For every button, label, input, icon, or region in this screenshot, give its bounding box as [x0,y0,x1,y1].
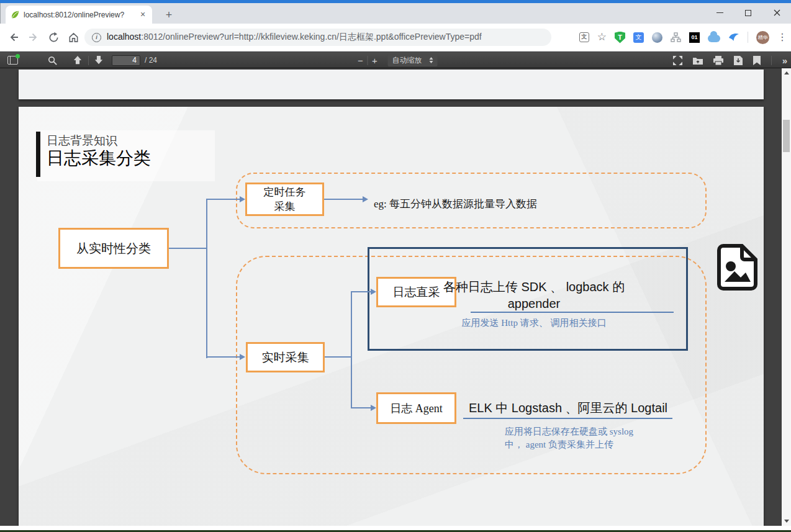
agent-description: 应用将日志保存在硬盘或 syslog 中， agent 负责采集并上传 [505,425,734,451]
presentation-mode-icon[interactable] [673,56,682,65]
arrowhead [240,354,245,360]
vertical-scrollbar[interactable] [782,68,791,526]
title-accent-bar [36,132,40,177]
page-count-label: / 24 [145,56,157,65]
tab-close-icon[interactable]: × [138,10,148,20]
translate-icon[interactable]: 文 [579,32,589,42]
browser-toolbar: i localhost:8012/onlinePreview?url=http:… [0,24,791,52]
sidebar-toggle-icon[interactable] [7,56,18,65]
connector-line [351,407,371,408]
sidebar-notification-dot [16,54,20,58]
scheduled-example-text: eg: 每五分钟从数据源批量导入数据 [374,193,647,215]
google-translate-extension-icon[interactable]: 文 [633,32,644,43]
titlebar: localhost:8012/onlinePreview? × + [0,3,791,24]
scrollbar-down-button[interactable] [782,516,791,526]
back-button[interactable] [4,27,24,47]
direct-title-underline [471,312,674,313]
address-bar[interactable]: i localhost:8012/onlinePreview?url=http:… [84,29,551,46]
open-file-icon[interactable] [693,56,703,65]
scrollbar-thumb[interactable] [783,120,790,152]
swirl-extension-icon[interactable] [652,32,662,43]
page-down-icon[interactable] [94,56,103,65]
home-icon [68,32,79,43]
connector-line [325,356,351,358]
close-button[interactable] [762,2,791,24]
zoom-in-button[interactable]: + [368,55,382,66]
direct-title-line1: 各种日志上传 SDK 、 logback 的 [388,279,680,295]
search-icon[interactable] [48,56,57,65]
profile-avatar[interactable]: 精华 [756,31,769,44]
agent-desc-line1: 应用将日志保存在硬盘或 syslog [505,425,734,438]
page-info-icon[interactable]: i [92,33,101,42]
arrowhead [240,196,245,202]
direct-collect-description: 应用发送 Http 请求、 调用相关接口 [388,317,680,329]
node-realtime-label: 实时采集 [262,349,309,366]
arrowhead [363,196,368,202]
new-tab-button[interactable]: + [161,8,177,22]
connector-line [206,356,240,358]
zoom-mode-dropdown[interactable]: 自动缩放 [388,55,438,66]
node-realtime-collect: 实时采集 [246,342,325,372]
bookmark-star-icon[interactable]: ☆ [597,32,607,42]
pdf-page-4-slide: 日志背景知识 日志采集分类 从实时性分类 定时任务 采集 实时采集 日志直采 日… [19,107,764,526]
bookmark-icon[interactable] [753,56,761,65]
window-bottom-strip [0,526,791,530]
spring-leaf-favicon [10,10,20,20]
chrome-menu-icon[interactable]: ⋮ [777,32,787,42]
connector-line [169,248,206,249]
bird-extension-icon[interactable] [728,32,739,42]
browser-tab[interactable]: localhost:8012/onlinePreview? × [6,6,152,24]
minimize-button[interactable] [705,2,734,24]
toolbar-separator [771,56,772,65]
url-host: localhost [107,32,141,42]
home-button[interactable] [63,27,83,47]
connector-line [351,291,371,292]
maximize-button[interactable] [734,2,762,24]
node-scheduled-label-line2: 采集 [274,199,296,214]
agent-desc-line2: 中， agent 负责采集并上传 [505,438,734,451]
node-scheduled-collect: 定时任务 采集 [245,183,324,216]
pdf-toolbar: / 24 − + 自动缩放 » [0,52,791,68]
pdf-toolbar-left: / 24 [0,52,157,68]
back-icon [7,31,20,43]
cloud-extension-icon[interactable] [708,35,720,42]
connector-line [206,199,207,358]
proxy-sitemap-extension-icon[interactable] [671,32,681,43]
forward-icon [27,31,40,43]
more-tools-icon[interactable]: » [782,55,787,66]
scrollbar-up-button[interactable] [782,68,791,78]
print-icon[interactable] [713,56,723,65]
toolbar-right-icons: 文 ☆ T 文 01 精华 ⋮ [559,31,787,44]
minimize-icon [716,12,723,13]
01-badge-extension-icon[interactable]: 01 [689,32,700,43]
toolbar-divider [748,32,748,43]
connector-line [324,199,363,200]
maximize-icon [745,10,751,16]
connector-line [206,199,240,200]
dropdown-arrows-icon [430,57,433,63]
connector-line [351,291,352,408]
zoom-out-button[interactable]: − [354,55,368,66]
adblock-shield-extension-icon[interactable]: T [615,32,625,43]
pdf-toolbar-right: » [673,52,787,68]
pdf-toolbar-center: − + 自动缩放 [354,52,438,68]
reload-icon [48,32,60,43]
node-log-agent: 日志 Agent [376,392,456,424]
url-path: :8012/onlinePreview?url=http://kkfilevie… [141,32,481,42]
download-icon[interactable] [734,56,743,65]
scroll-down-icon [784,520,789,523]
broken-image-placeholder-icon [717,243,759,291]
arrowhead [371,289,376,295]
reload-button[interactable] [43,27,63,47]
zoom-mode-label: 自动缩放 [392,55,422,66]
window-controls [705,2,791,24]
page-number-input[interactable] [112,55,140,66]
pdf-page-3-bottom [19,70,764,99]
forward-button[interactable] [24,27,43,47]
direct-collect-title: 各种日志上传 SDK 、 logback 的 appender [388,279,680,312]
node-scheduled-label-line1: 定时任务 [264,185,306,199]
url-text: localhost:8012/onlinePreview?url=http://… [107,32,482,43]
direct-title-line2: appender [388,295,680,312]
close-icon [774,9,780,16]
page-up-icon[interactable] [73,56,82,65]
